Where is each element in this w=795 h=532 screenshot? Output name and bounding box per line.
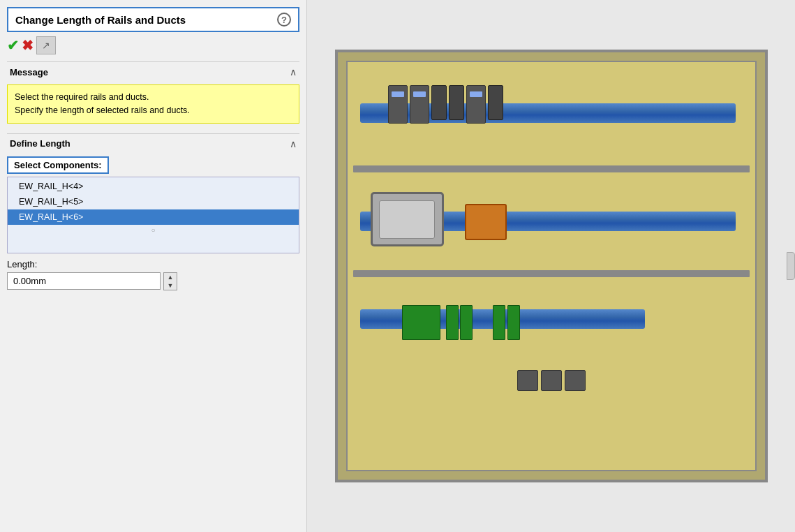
bottom-row — [353, 360, 750, 401]
length-label: Length: — [7, 259, 299, 269]
message-collapse-btn[interactable]: ∧ — [290, 66, 297, 77]
small-block-1 — [517, 370, 538, 391]
separator-2 — [353, 270, 750, 277]
cabinet-inner — [346, 61, 757, 471]
small-block-2 — [541, 370, 562, 391]
scroll-indicator: ○ — [8, 225, 299, 235]
breaker-6 — [488, 85, 503, 120]
length-input[interactable] — [7, 272, 161, 290]
large-component-inner — [379, 200, 435, 239]
toolbar: ✔ ✖ ↗ — [7, 36, 299, 54]
breaker-group-1 — [388, 85, 503, 124]
breaker-3 — [431, 85, 447, 120]
length-section: Length: ▲ ▼ — [7, 259, 299, 290]
breaker-4 — [449, 85, 464, 120]
breaker-2 — [410, 85, 429, 124]
list-item-rail4[interactable]: EW_RAIL_H<4> — [8, 179, 299, 194]
define-section: Define Length ∧ Select Components: EW_RA… — [7, 133, 299, 290]
spacer — [442, 305, 445, 340]
right-panel — [307, 0, 795, 532]
connector-small-2 — [507, 305, 520, 340]
define-header-label: Define Length — [10, 138, 70, 149]
connector-small-1 — [493, 305, 505, 340]
panel-title: Change Length of Rails and Ducts — [15, 14, 186, 26]
breaker-5 — [466, 85, 486, 124]
medium-component — [465, 204, 507, 240]
message-text-line2: Specify the length of selected rails and… — [15, 105, 190, 115]
small-component-group — [517, 370, 586, 391]
separator-1 — [353, 165, 750, 172]
panel-title-box: Change Length of Rails and Ducts ? — [7, 7, 299, 32]
connector-side — [493, 305, 520, 340]
rail-row-1 — [353, 68, 750, 158]
message-section: Message ∧ Select the required rails and … — [7, 61, 299, 131]
message-text-line1: Select the required rails and ducts. — [15, 92, 149, 102]
breaker-1 — [388, 85, 408, 124]
connector-2 — [460, 305, 473, 340]
confirm-button[interactable]: ✔ — [7, 37, 19, 54]
length-spinner[interactable]: ▲ ▼ — [163, 272, 177, 290]
components-list[interactable]: EW_RAIL_H<4> EW_RAIL_H<5> EW_RAIL_H<6> ○ — [7, 177, 299, 253]
connector-wide — [402, 305, 440, 340]
select-components-label: Select Components: — [7, 156, 109, 174]
spinner-up-btn[interactable]: ▲ — [164, 273, 177, 281]
rail-row-3 — [353, 284, 750, 354]
list-item-rail5[interactable]: EW_RAIL_H<5> — [8, 194, 299, 209]
spinner-down-btn[interactable]: ▼ — [164, 281, 177, 290]
small-block-3 — [565, 370, 586, 391]
left-panel: Change Length of Rails and Ducts ? ✔ ✖ ↗… — [0, 0, 307, 532]
length-input-row: ▲ ▼ — [7, 272, 299, 290]
cancel-button[interactable]: ✖ — [22, 37, 34, 54]
list-item-rail6[interactable]: EW_RAIL_H<6> — [8, 209, 299, 225]
help-icon[interactable]: ? — [277, 13, 291, 27]
message-header-label: Message — [10, 67, 48, 77]
message-box: Select the required rails and ducts. Spe… — [7, 84, 299, 124]
divider-handle[interactable] — [787, 252, 795, 280]
rail-row-2 — [353, 179, 750, 263]
define-collapse-btn[interactable]: ∧ — [290, 138, 297, 149]
define-section-header: Define Length ∧ — [7, 133, 299, 154]
connector-group-1 — [402, 305, 473, 340]
connector-1 — [446, 305, 459, 340]
large-component — [371, 192, 444, 246]
arrow-button[interactable]: ↗ — [36, 36, 56, 54]
message-section-header: Message ∧ — [7, 61, 299, 82]
cabinet-view — [335, 50, 768, 482]
